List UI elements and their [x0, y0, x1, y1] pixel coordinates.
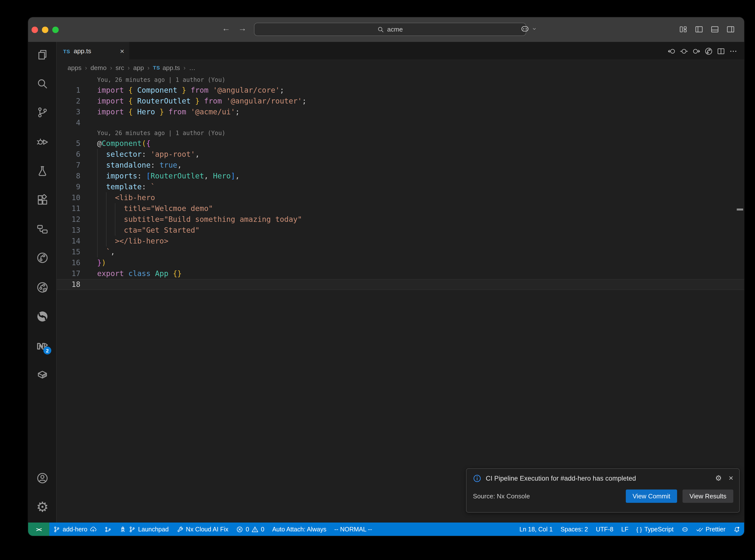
breadcrumb-item[interactable]: app	[133, 64, 144, 71]
indentation-status[interactable]: Spaces: 2	[557, 522, 592, 536]
breadcrumb-label: apps	[67, 64, 81, 71]
notification-gear-icon[interactable]: ⚙	[715, 474, 722, 483]
git-blame-annotation[interactable]: You, 26 minutes ago | 1 author (You)	[57, 128, 744, 138]
line-number: 9	[57, 181, 80, 192]
activity-item-swirl-extension[interactable]	[37, 311, 48, 322]
activity-item-dev-container[interactable]	[37, 369, 48, 381]
activity-item-testing[interactable]	[37, 165, 48, 177]
change-icon[interactable]	[680, 47, 688, 55]
rocket-icon	[119, 526, 126, 533]
commit-graph-status[interactable]	[101, 522, 115, 536]
activity-item-search[interactable]	[37, 78, 48, 90]
chevron-down-icon	[532, 26, 537, 32]
view-commit-button[interactable]: View Commit	[626, 489, 677, 503]
cursor-position-status-label: Ln 18, Col 1	[519, 526, 553, 533]
git-graph-icon[interactable]	[705, 47, 713, 55]
activity-item-source-control[interactable]	[37, 106, 48, 118]
view-results-button[interactable]: View Results	[682, 489, 733, 503]
braces-icon: { }	[636, 526, 642, 533]
code-line: 7 standalone: true,	[57, 160, 744, 171]
breadcrumb-item[interactable]: demo	[91, 64, 106, 71]
more-actions-icon[interactable]	[729, 47, 737, 55]
tab-label: app.ts	[74, 47, 91, 55]
problems-status[interactable]: 00	[232, 522, 268, 536]
prettier-status-label: Prettier	[706, 526, 726, 533]
previous-change-icon[interactable]	[668, 47, 676, 55]
nx-cloud-ai-fix-status[interactable]: Nx Cloud AI Fix	[173, 522, 232, 536]
commit-graph-icon	[104, 526, 112, 533]
dev-container-icon	[37, 369, 48, 381]
code-line: 12 subtitle="Build something amazing tod…	[57, 214, 744, 225]
line-number: 17	[57, 268, 80, 279]
branch-status[interactable]: add-hero	[49, 522, 101, 536]
notifications-status[interactable]	[729, 522, 744, 536]
breadcrumb: apps›demo›src›app›TSapp.ts›…	[57, 60, 744, 75]
line-number: 4	[57, 117, 80, 128]
breadcrumb-separator: ›	[183, 64, 186, 71]
line-number: 15	[57, 246, 80, 257]
layout-controls	[679, 25, 735, 34]
breadcrumb-item[interactable]: src	[116, 64, 124, 71]
line-number: 13	[57, 225, 80, 236]
toggle-secondary-sidebar-icon[interactable]	[727, 25, 735, 34]
activity-item-project-flowchart[interactable]	[37, 223, 48, 235]
cursor-position-status[interactable]: Ln 18, Col 1	[516, 522, 557, 536]
activity-item-git-graph-inspect[interactable]	[37, 281, 48, 293]
problems-status-label: 0	[245, 526, 249, 533]
copilot-status[interactable]	[677, 522, 692, 536]
navigate-forward-button[interactable]: →	[238, 24, 246, 34]
git-blame-annotation[interactable]: You, 26 minutes ago | 1 author (You)	[57, 75, 744, 85]
desktop: ← → acme 2⚙ TS app.ts ×	[0, 0, 755, 560]
line-number: 7	[57, 160, 80, 171]
activity-item-manage-settings[interactable]: ⚙	[37, 501, 48, 513]
line-number: 1	[57, 85, 80, 96]
encoding-status[interactable]: UTF-8	[592, 522, 617, 536]
split-editor-icon[interactable]	[717, 47, 725, 55]
breadcrumb-label: app	[133, 64, 144, 71]
notification-close-icon[interactable]: ×	[729, 474, 733, 483]
breadcrumb-item[interactable]: TSapp.ts	[153, 64, 180, 71]
customize-layout-icon[interactable]	[679, 25, 688, 34]
nx-cloud-ai-fix-status-label: Nx Cloud AI Fix	[186, 526, 228, 533]
language-status[interactable]: { }TypeScript	[633, 522, 678, 536]
remote-icon: ><	[36, 526, 41, 532]
indent-guide	[115, 203, 115, 236]
line-number: 8	[57, 171, 80, 181]
tab-close-icon[interactable]: ×	[120, 47, 124, 55]
copilot-menu-button[interactable]	[520, 24, 537, 34]
activity-item-accounts[interactable]	[37, 472, 48, 484]
git-graph-inspect-icon	[37, 281, 48, 293]
run-and-debug-icon	[37, 136, 48, 148]
bell-dot-icon	[733, 526, 740, 533]
activity-item-run-and-debug[interactable]	[37, 136, 48, 148]
macos-minimize-button[interactable]	[42, 27, 48, 33]
prettier-status[interactable]: Prettier	[692, 522, 729, 536]
code-line-text: `,	[97, 246, 115, 257]
code-editor[interactable]: You, 26 minutes ago | 1 author (You)1imp…	[57, 75, 744, 522]
launchpad-status[interactable]: Launchpad	[115, 522, 173, 536]
activity-item-explorer[interactable]	[37, 49, 48, 61]
breadcrumb-item[interactable]: …	[189, 64, 196, 71]
search-icon	[37, 78, 48, 90]
activity-item-git-graph[interactable]	[37, 252, 48, 264]
next-change-icon[interactable]	[692, 47, 700, 55]
code-line: 3import { Hero } from '@acme/ui';	[57, 106, 744, 117]
line-number: 2	[57, 96, 80, 106]
navigate-back-button[interactable]: ←	[222, 24, 230, 34]
git-branch-icon	[129, 526, 136, 533]
code-line-text: import { Hero } from '@acme/ui';	[97, 106, 240, 117]
eol-status[interactable]: LF	[617, 522, 632, 536]
vim-mode-status[interactable]: -- NORMAL --	[331, 522, 376, 536]
macos-zoom-button[interactable]	[52, 27, 58, 33]
activity-item-nx-console[interactable]: 2	[37, 340, 48, 352]
activity-item-extensions[interactable]	[37, 194, 48, 206]
tab-app-ts[interactable]: TS app.ts ×	[57, 42, 129, 60]
toggle-primary-sidebar-icon[interactable]	[695, 25, 703, 34]
auto-attach-status[interactable]: Auto Attach: Always	[268, 522, 331, 536]
toggle-panel-icon[interactable]	[711, 25, 719, 34]
breadcrumb-item[interactable]: apps	[67, 64, 81, 71]
macos-close-button[interactable]	[32, 27, 38, 33]
breadcrumb-separator: ›	[128, 64, 130, 71]
command-center-search[interactable]: acme	[254, 23, 526, 36]
remote-indicator[interactable]: ><	[28, 522, 49, 536]
